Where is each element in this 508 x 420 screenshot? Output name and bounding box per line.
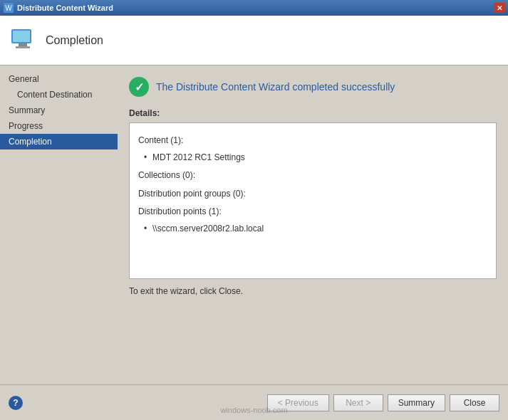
footer: ? < Previous Next > Summary Close bbox=[0, 384, 508, 420]
title-bar: W Distribute Content Wizard ✕ bbox=[0, 0, 508, 16]
previous-button[interactable]: < Previous bbox=[267, 394, 329, 411]
svg-rect-3 bbox=[13, 31, 30, 42]
sidebar-item-progress[interactable]: Progress bbox=[0, 118, 118, 134]
sidebar-item-content-destination[interactable]: Content Destination bbox=[0, 87, 118, 103]
dist-points-line: Distribution points (1): bbox=[138, 204, 487, 220]
dist-points-bullet: \\sccm.server2008r2.lab.local bbox=[138, 221, 487, 237]
success-icon bbox=[129, 77, 149, 97]
exit-text: To exit the wizard, click Close. bbox=[129, 286, 497, 296]
sidebar-item-completion[interactable]: Completion bbox=[0, 134, 118, 149]
details-box: Content (1): MDT 2012 RC1 Settings Colle… bbox=[129, 122, 497, 279]
content-line: Content (1): bbox=[138, 133, 487, 149]
svg-rect-5 bbox=[16, 46, 30, 48]
title-bar-text: Distribute Content Wizard bbox=[17, 4, 113, 12]
sidebar-item-general[interactable]: General bbox=[0, 71, 118, 87]
help-button[interactable]: ? bbox=[9, 396, 23, 410]
dist-groups-line: Distribution point groups (0): bbox=[138, 187, 487, 202]
sidebar: General Content Destination Summary Prog… bbox=[0, 65, 118, 384]
content-bullet: MDT 2012 RC1 Settings bbox=[138, 150, 487, 166]
close-button[interactable]: Close bbox=[450, 394, 499, 411]
footer-buttons: < Previous Next > Summary Close bbox=[267, 394, 499, 411]
success-message: The Distribute Content Wizard completed … bbox=[156, 81, 395, 93]
close-window-button[interactable]: ✕ bbox=[494, 3, 505, 13]
svg-rect-4 bbox=[19, 43, 27, 46]
next-button[interactable]: Next > bbox=[333, 394, 383, 411]
content-area: The Distribute Content Wizard completed … bbox=[118, 65, 508, 384]
summary-button[interactable]: Summary bbox=[388, 394, 445, 411]
computer-icon bbox=[9, 26, 37, 55]
collections-line: Collections (0): bbox=[138, 168, 487, 184]
wizard-icon: W bbox=[3, 2, 14, 14]
sidebar-item-summary[interactable]: Summary bbox=[0, 103, 118, 118]
success-header: The Distribute Content Wizard completed … bbox=[129, 77, 497, 97]
header-title: Completion bbox=[46, 34, 103, 47]
header-area: Completion bbox=[0, 16, 508, 65]
details-label: Details: bbox=[129, 108, 497, 118]
svg-text:W: W bbox=[5, 4, 12, 12]
